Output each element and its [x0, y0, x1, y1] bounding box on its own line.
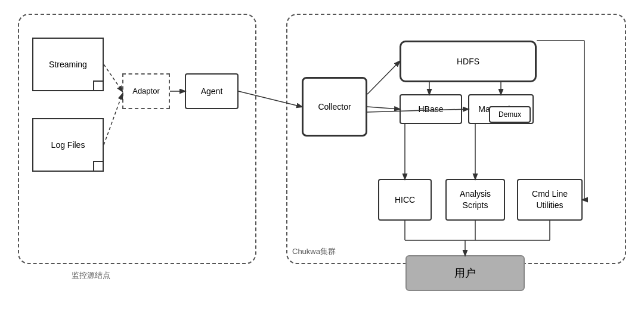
user-label: 用户 [454, 266, 476, 280]
agent-label: Agent [201, 86, 223, 96]
streaming-box: Streaming [32, 38, 104, 91]
hbase-label: HBase [418, 104, 443, 114]
hbase-box: HBase [400, 94, 462, 124]
cmd-line-label: Cmd Line Utilities [532, 188, 568, 210]
agent-box: Agent [185, 73, 239, 109]
hicc-box: HICC [378, 179, 432, 221]
left-region-label: 监控源结点 [72, 270, 110, 281]
demux-box: Demux [489, 106, 531, 123]
log-files-label: Log Files [51, 140, 85, 150]
hdfs-box: HDFS [400, 41, 537, 82]
collector-label: Collector [318, 102, 351, 112]
hicc-label: HICC [395, 195, 415, 205]
user-box: 用户 [405, 255, 525, 291]
analysis-scripts-label: Analysis Scripts [460, 188, 491, 210]
adaptor-box: Adaptor [122, 73, 170, 109]
diagram: Streaming Log Files Adaptor Agent Collec… [12, 8, 632, 312]
hdfs-label: HDFS [457, 57, 479, 66]
cmd-line-box: Cmd Line Utilities [517, 179, 583, 221]
log-files-box: Log Files [32, 118, 104, 172]
streaming-label: Streaming [49, 60, 87, 69]
right-region-label: Chukwa集群 [292, 246, 336, 257]
analysis-scripts-box: Analysis Scripts [445, 179, 505, 221]
demux-label: Demux [499, 110, 521, 119]
collector-box: Collector [302, 77, 367, 137]
adaptor-label: Adaptor [132, 86, 160, 95]
